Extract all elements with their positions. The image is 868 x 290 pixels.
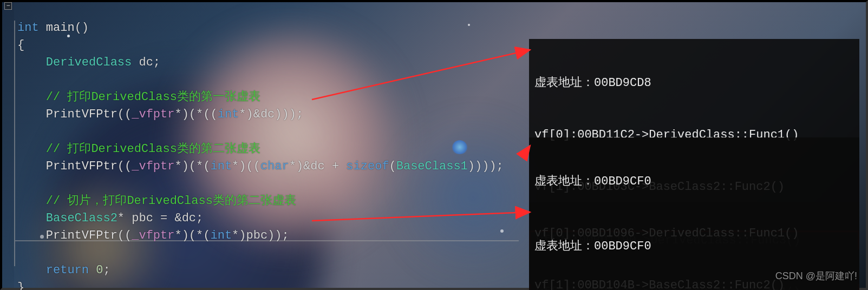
code-line: PrintVFPtr((_vfptr*)(*((int*)&dc))); [17,108,303,121]
code-line: PrintVFPtr((_vfptr*)(*(int*)pbc)); [17,229,289,242]
code-line: // 切片，打印DerivedClass类的第二张虚表 [17,194,296,208]
code-line: int main() [17,21,89,35]
screenshot-stage: − int main() { DerivedClass dc; // 打印Der… [0,0,868,290]
scope-guide [14,21,15,266]
vtable-address: 虚表地址：00BD9CF0 [529,238,859,255]
code-line: { [17,38,24,52]
vtable-address: 虚表地址：00BD9CF0 [529,173,859,190]
editor-gutter [2,2,14,288]
code-line: } [17,281,24,290]
code-line [17,177,46,190]
code-line: PrintVFPtr((_vfptr*)(*(int*)((char*)&dc … [17,160,504,173]
code-line: DerivedClass dc; [17,56,160,69]
fold-toggle-icon[interactable]: − [4,2,12,10]
code-line: BaseClass2* pbc = &dc; [17,212,203,225]
vtable-address: 虚表地址：00BD9CD8 [529,75,859,92]
code-editor[interactable]: int main() { DerivedClass dc; // 打印Deriv… [17,2,504,290]
code-line [17,246,46,260]
code-line: return 0; [17,263,110,277]
code-line: // 打印DerivedClass类的第二张虚表 [17,142,260,156]
watermark-text: CSDN @是阿建吖! [775,267,857,285]
code-line: // 打印DerivedClass类的第一张虚表 [17,90,260,104]
code-line [17,125,46,139]
code-line [17,73,46,87]
